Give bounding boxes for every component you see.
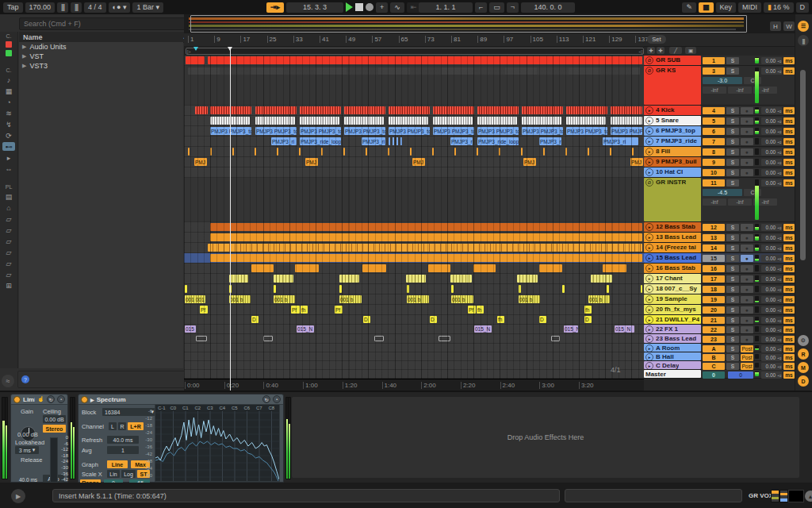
track-row[interactable]: ▸8 Fill8S●0.00 ◅ms	[644, 147, 795, 157]
clip[interactable]	[210, 233, 642, 241]
track-number[interactable]: 19	[703, 296, 725, 303]
track-number[interactable]: 18	[703, 286, 725, 293]
track-number[interactable]: 23	[703, 336, 725, 343]
clip[interactable]	[450, 275, 472, 283]
clip[interactable]	[339, 285, 342, 293]
track-delay-value[interactable]: 0.00 ◅	[761, 57, 782, 64]
track-number[interactable]: 20	[703, 306, 725, 314]
quantization-menu[interactable]: 1 Bar ▾	[132, 2, 163, 13]
track-row[interactable]: ▸9 PMJP3_buil9S●0.00 ◅ms	[644, 157, 795, 167]
track-delay-unit[interactable]: ms	[783, 169, 795, 176]
track-row[interactable]: ▸4 Kick4S●0.00 ◅ms	[644, 106, 795, 116]
set-button[interactable]: Set	[647, 35, 666, 44]
track-play-icon[interactable]: ▸	[645, 335, 653, 343]
clip[interactable]	[185, 285, 187, 293]
solo-button[interactable]: S	[726, 224, 739, 231]
track-delay-value[interactable]: 0.00 ◅	[761, 345, 782, 352]
clip[interactable]	[188, 67, 640, 75]
clip[interactable]: 015_N	[564, 325, 578, 333]
track-name[interactable]: ▸13 Bass Lead	[644, 233, 701, 242]
clip[interactable]: D	[363, 316, 370, 323]
track-play-icon[interactable]: ▸	[645, 117, 653, 125]
track-delay-value[interactable]: 0.00 ◅	[761, 159, 782, 166]
track-name[interactable]: ▸4 Kick	[644, 106, 701, 115]
track-delay-value[interactable]: 0.00 ◅	[761, 296, 782, 303]
track-play-icon[interactable]: ▸	[645, 285, 653, 293]
clip[interactable]	[299, 148, 301, 156]
track-delay-value[interactable]: 0.00 ◅	[761, 148, 782, 156]
clip[interactable]	[208, 56, 642, 64]
clip[interactable]	[343, 148, 345, 156]
track-number[interactable]: 15	[703, 255, 725, 262]
track-row[interactable]: ▸10 Hat Cl10S●0.00 ◅ms	[644, 167, 795, 178]
clip[interactable]: 015_N	[297, 325, 314, 333]
track-delay-unit[interactable]: ms	[783, 128, 795, 135]
locator-marker[interactable]	[193, 47, 198, 51]
avg-value[interactable]: 1	[107, 446, 139, 454]
track-row[interactable]: ▸23 Bass Lead23S●0.00 ◅ms	[644, 334, 795, 344]
arrangement-overview[interactable]	[184, 14, 812, 34]
clip[interactable]	[300, 106, 341, 114]
track-delay-value[interactable]: 0.00 ◅	[761, 326, 782, 333]
arm-button[interactable]: ●	[741, 159, 753, 166]
track-name[interactable]: ∅GR INSTR	[644, 178, 701, 221]
clip[interactable]: 001 b	[451, 295, 473, 303]
clip[interactable]	[562, 285, 565, 293]
clip[interactable]: 001 b	[588, 295, 610, 303]
track-number[interactable]: 4	[703, 107, 725, 114]
track-name[interactable]: ▸18 007_c__Sy	[644, 284, 701, 294]
track-number[interactable]: 13	[703, 234, 725, 241]
volume-value[interactable]: -4.5	[703, 189, 742, 196]
clip[interactable]	[321, 148, 323, 156]
loop-start-field[interactable]: 1. 1. 1	[419, 2, 473, 13]
tap-tempo-button[interactable]: Tap	[3, 2, 23, 13]
time-ruler[interactable]: 0:000:200:401:001:201:402:002:202:403:00…	[184, 379, 644, 391]
group-fold-icon[interactable]: ∅	[645, 56, 653, 64]
arm-button[interactable]: ●	[741, 265, 753, 272]
clip[interactable]	[588, 148, 589, 156]
solo-button[interactable]: S	[726, 234, 739, 241]
post-button[interactable]: Post	[741, 345, 753, 352]
track-delay-value[interactable]: 0.00 ◅	[761, 179, 782, 187]
track-play-icon[interactable]: ▸	[645, 223, 653, 231]
clip[interactable]: fh	[497, 316, 504, 323]
clip[interactable]: PMJP3 PMJP3_to	[566, 127, 607, 135]
solo-button[interactable]: S	[726, 306, 739, 314]
overdub-button[interactable]: +	[376, 2, 388, 13]
arm-button[interactable]: ●	[741, 286, 753, 293]
clip[interactable]: D	[584, 316, 592, 323]
clip[interactable]	[407, 285, 409, 293]
expand-caret-icon[interactable]: ▶	[22, 44, 26, 50]
clip[interactable]	[389, 137, 404, 145]
clip[interactable]	[374, 336, 384, 341]
track-row[interactable]: ▸19 Sample19S●0.00 ◅ms	[644, 294, 795, 305]
track-delay-unit[interactable]: ms	[783, 67, 795, 75]
folder-icon[interactable]: ▱	[2, 248, 15, 256]
track-name[interactable]: ▸22 FX 1	[644, 325, 701, 333]
track-delay-value[interactable]: 0.00 ◅	[761, 255, 782, 262]
clip[interactable]: PMJP3 PMJP3_to	[300, 127, 341, 135]
clip[interactable]: fh	[477, 306, 484, 314]
track-number[interactable]: 5	[703, 117, 725, 125]
arm-button[interactable]: ●	[741, 138, 753, 145]
clip[interactable]	[610, 148, 611, 156]
track-delay-unit[interactable]: ms	[783, 234, 795, 241]
play-button[interactable]	[346, 2, 353, 12]
solo-button[interactable]: S	[726, 317, 739, 324]
clip[interactable]: PMJP3 PMJP3_to	[210, 127, 251, 135]
clip[interactable]	[263, 336, 273, 341]
clip[interactable]	[477, 106, 519, 114]
solo-button[interactable]: S	[726, 275, 739, 283]
clip[interactable]	[473, 264, 496, 272]
clip[interactable]	[543, 148, 545, 156]
track-delay-unit[interactable]: ms	[783, 224, 795, 231]
track-delay-value[interactable]: 0.00 ◅	[761, 275, 782, 283]
stop-button[interactable]	[355, 3, 363, 11]
post-button[interactable]: Post	[741, 354, 753, 361]
track-play-icon[interactable]: ▸	[645, 325, 653, 333]
clip[interactable]	[641, 285, 642, 293]
track-delay-unit[interactable]: ms	[783, 255, 795, 262]
vertical-scrollbar[interactable]	[800, 70, 806, 260]
arm-button[interactable]: ●	[741, 224, 753, 231]
loop-length-field[interactable]: 140. 0. 0	[521, 2, 575, 13]
